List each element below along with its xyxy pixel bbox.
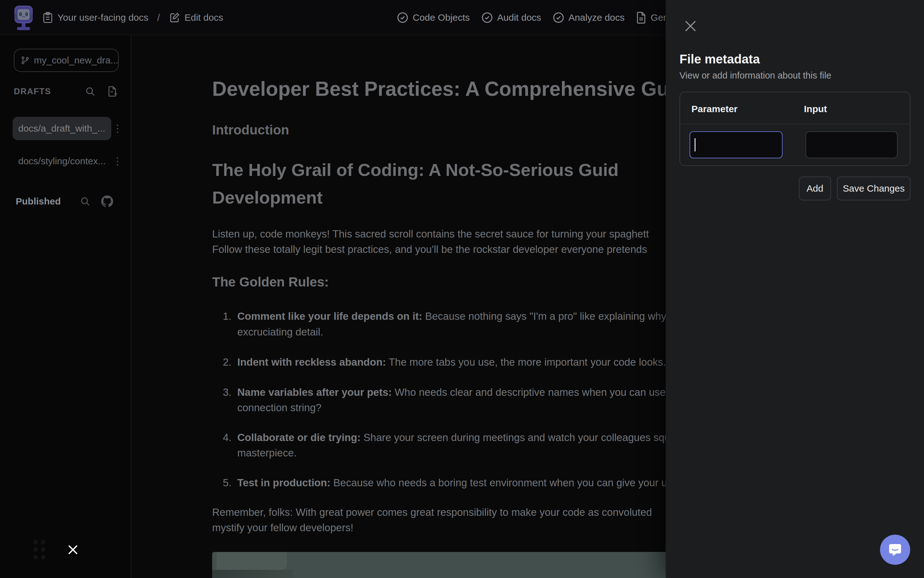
- doc-title: Developer Best Practices: A Comprehensiv…: [212, 77, 669, 101]
- breadcrumb-label: Your user-facing docs: [57, 12, 148, 23]
- doc-paragraph: Remember, folks: With great power comes …: [212, 507, 652, 518]
- doc-heading-golden-rules: The Golden Rules:: [212, 274, 329, 290]
- draft-item-selected[interactable]: docs/a_draft_with_...: [13, 117, 111, 140]
- app-window: 0_0 Your user-facing docs / Edit docs: [0, 0, 924, 578]
- drawer-subtitle: View or add information about this file: [680, 70, 831, 81]
- doc-list-item-4: 4.Collaborate or die trying: Share your …: [223, 432, 670, 443]
- column-header-input: Input: [804, 104, 827, 114]
- drawer-close-button[interactable]: [683, 18, 698, 34]
- breadcrumb-label: Edit docs: [184, 12, 223, 23]
- parameter-input[interactable]: [690, 131, 782, 158]
- breadcrumb-user-docs[interactable]: Your user-facing docs: [42, 11, 148, 24]
- doc-list-item-1-cont: excruciating detail.: [237, 326, 323, 338]
- git-branch-icon: [21, 55, 29, 65]
- sidebar: my_cool_new_dra... DRAFTS docs/a_draft_w…: [0, 35, 131, 578]
- doc-list-item-3: 3.Name variables after your pets: Who ne…: [223, 386, 666, 398]
- topbar-menu: Code Objects Audit docs Analyze docs: [397, 0, 698, 35]
- document-icon: [636, 11, 646, 24]
- search-icon[interactable]: [80, 196, 91, 207]
- close-icon: [683, 19, 698, 33]
- chat-widget-button[interactable]: [880, 535, 910, 565]
- drafts-header-row: DRAFTS: [14, 84, 117, 99]
- doc-heading-h2: Development: [212, 187, 323, 208]
- metadata-table: Parameter Input: [680, 92, 911, 166]
- github-icon[interactable]: [101, 195, 113, 207]
- doc-embedded-image-tab: [216, 552, 287, 570]
- check-circle-icon: [553, 11, 564, 24]
- robot-icon: 0_0: [15, 6, 33, 23]
- metadata-table-header: Parameter Input: [680, 93, 910, 124]
- doc-embedded-image: [212, 552, 683, 578]
- draft-item-label: docs/a_draft_with_...: [18, 123, 105, 134]
- text-caret: [695, 138, 696, 151]
- kebab-menu-icon[interactable]: ⋮: [112, 121, 123, 136]
- add-button[interactable]: Add: [799, 177, 831, 200]
- kebab-menu-icon[interactable]: ⋮: [112, 154, 123, 168]
- draft-item[interactable]: docs/styling/contex...: [13, 149, 111, 173]
- doc-paragraph: Follow these totally legit best practice…: [212, 244, 647, 255]
- save-changes-button[interactable]: Save Changes: [837, 177, 911, 200]
- doc-list-item-4-cont: masterpiece.: [237, 447, 297, 459]
- close-icon: [67, 544, 78, 555]
- doc-paragraph: Listen up, code monkeys! This sacred scr…: [212, 228, 649, 240]
- menu-label: Analyze docs: [569, 12, 625, 23]
- branch-selector[interactable]: my_cool_new_dra...: [14, 49, 119, 72]
- drag-handle-dots[interactable]: [33, 540, 49, 560]
- doc-list-item-3-cont: connection string?: [237, 402, 322, 414]
- branch-name: my_cool_new_dra...: [34, 55, 118, 66]
- published-section-title: Published: [16, 196, 61, 207]
- menu-label: Audit docs: [497, 12, 541, 23]
- menu-analyze-docs[interactable]: Analyze docs: [553, 11, 625, 24]
- input-value-input[interactable]: [805, 131, 898, 158]
- new-draft-icon[interactable]: [107, 86, 117, 97]
- file-metadata-drawer: File metadata View or add information ab…: [666, 0, 924, 578]
- drawer-actions: Add Save Changes: [666, 177, 911, 200]
- clipboard-icon: [42, 11, 53, 24]
- doc-list-item-1: 1.Comment like your life depends on it: …: [223, 310, 666, 322]
- column-header-parameter: Parameter: [691, 104, 738, 114]
- edit-file-icon: [169, 12, 180, 23]
- draft-item-label: docs/styling/contex...: [18, 156, 106, 167]
- doc-list-item-2: 2.Indent with reckless abandon: The more…: [223, 356, 666, 368]
- doc-heading-introduction: Introduction: [212, 122, 289, 138]
- drawer-title: File metadata: [680, 52, 760, 66]
- doc-list-item-5: 5.Test in production: Because who needs …: [223, 477, 667, 489]
- breadcrumb: Your user-facing docs / Edit docs: [42, 0, 223, 35]
- drafts-section-title: DRAFTS: [14, 87, 51, 96]
- doc-paragraph: mystify your fellow developers!: [212, 522, 353, 534]
- chat-bubble-icon: [888, 542, 903, 557]
- search-icon[interactable]: [85, 86, 96, 97]
- app-logo[interactable]: 0_0: [13, 5, 34, 31]
- published-header-row: Published: [16, 195, 113, 207]
- check-circle-icon: [397, 11, 408, 24]
- menu-code-objects[interactable]: Code Objects: [397, 11, 470, 24]
- menu-audit-docs[interactable]: Audit docs: [481, 11, 541, 24]
- breadcrumb-edit-docs[interactable]: Edit docs: [169, 12, 223, 23]
- doc-heading-h2: The Holy Grail of Coding: A Not-So-Serio…: [212, 159, 618, 180]
- check-circle-icon: [481, 11, 493, 24]
- menu-label: Code Objects: [413, 12, 470, 23]
- breadcrumb-separator: /: [155, 12, 162, 24]
- dismiss-x-button[interactable]: [67, 544, 78, 557]
